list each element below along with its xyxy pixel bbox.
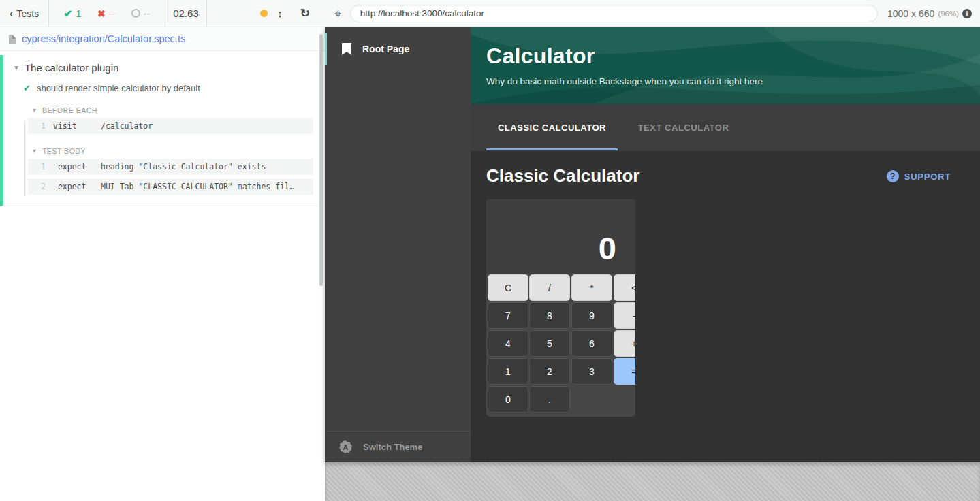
cypress-topbar: ‹ Tests ✔ 1 ✖ -- -- 02.63 (0, 0, 980, 27)
collapse-triangle-icon: ▼ (13, 64, 20, 71)
failed-stat[interactable]: ✖ -- (97, 8, 115, 19)
tab-text-calculator[interactable]: TEXT CALCULATOR (618, 104, 749, 151)
cypress-topbar-right: ⌖ http://localhost:3000/calculator 1000 … (325, 0, 980, 27)
url-bar[interactable]: http://localhost:3000/calculator (350, 5, 878, 22)
content-heading: Classic Calculator (486, 165, 639, 187)
outside-viewport-stripes (325, 462, 980, 501)
calc-button-6[interactable]: 6 (571, 330, 612, 357)
command-method: -expect (53, 182, 101, 191)
support-button[interactable]: ? SUPPORT (887, 170, 951, 182)
calc-button-<[interactable]: < (614, 274, 635, 301)
file-icon (9, 35, 16, 44)
backstage-app: Root Page A Switch Theme Calculator Why … (325, 27, 980, 462)
spec-header: cypress/integration/Calculator.spec.ts (0, 27, 325, 51)
viewport-scale: (96%) (938, 10, 959, 18)
calc-button-4[interactable]: 4 (488, 330, 528, 357)
command-number: 1 (28, 162, 46, 172)
calc-button-8[interactable]: 8 (529, 302, 570, 329)
x-icon: ✖ (97, 8, 106, 19)
calc-button-*[interactable]: * (571, 274, 612, 301)
viewport-info: 1000 x 660 (96%) i (887, 8, 972, 19)
calc-button-.[interactable]: . (529, 386, 570, 413)
selector-playground-icon[interactable]: ⌖ (334, 6, 342, 21)
failed-count: -- (109, 8, 115, 19)
active-tab-indicator (486, 148, 618, 150)
calc-button-C[interactable]: C (488, 274, 528, 301)
chevron-left-icon: ‹ (10, 7, 14, 19)
viewport-size: 1000 x 660 (887, 8, 934, 19)
calculator-widget: 0 C/*<789-456+123=0. (486, 199, 635, 417)
sidebar-item-switch-theme[interactable]: A Switch Theme (325, 431, 471, 462)
app-region: Root Page A Switch Theme Calculator Why … (325, 27, 980, 501)
runner-controls: ↕ ↻ (207, 6, 325, 20)
test-body-section[interactable]: ▼ TEST BODY (3, 147, 325, 155)
back-to-tests-label: Tests (16, 8, 39, 19)
bookmark-icon (342, 43, 351, 55)
calc-button-0[interactable]: 0 (488, 386, 528, 413)
support-label: SUPPORT (904, 172, 951, 182)
calc-button-5[interactable]: 5 (529, 330, 570, 357)
test-duration: 02.63 (165, 0, 207, 27)
test-title: should render simple calculator by defau… (37, 83, 200, 93)
command-number: 2 (28, 182, 46, 191)
tabs-bar: CLASSIC CALCULATOR TEXT CALCULATOR (471, 104, 980, 151)
calc-button-9[interactable]: 9 (571, 302, 612, 329)
calc-button-1[interactable]: 1 (488, 358, 528, 385)
calculator-display-value: 0 (599, 232, 616, 264)
tab-classic-calculator[interactable]: CLASSIC CALCULATOR (486, 104, 618, 151)
question-mark-icon: ? (887, 170, 899, 182)
cypress-reporter-panel: cypress/integration/Calculator.spec.ts ▼… (0, 27, 325, 501)
sidebar-item-label: Root Page (362, 44, 409, 54)
calculator-display: 0 (486, 199, 635, 274)
command-message: heading "Classic Calculator" exists (101, 162, 266, 172)
check-icon: ✔ (64, 7, 73, 20)
auto-scroll-icon[interactable]: ↕ (277, 7, 283, 19)
command-message: MUI Tab "CLASSIC CALCULATOR" matches fil… (101, 182, 294, 191)
calc-button-=[interactable]: = (614, 358, 635, 385)
collapse-triangle-icon: ▼ (31, 107, 37, 114)
page-title: Calculator (486, 44, 595, 69)
command-row[interactable]: 2 -expect MUI Tab "CLASSIC CALCULATOR" m… (28, 178, 313, 195)
url-text: http://localhost:3000/calculator (360, 8, 484, 18)
page-content: Classic Calculator ? SUPPORT 0 C/*<789-4… (471, 151, 980, 462)
passed-stat[interactable]: ✔ 1 (64, 7, 81, 20)
refresh-icon[interactable]: ↻ (300, 6, 310, 20)
viewport-scale-dot-icon (260, 10, 268, 17)
page-header: Calculator Why do basic math outside Bac… (471, 27, 980, 104)
test-row[interactable]: ✔ should render simple calculator by def… (3, 83, 325, 93)
sidebar-item-root-page[interactable]: Root Page (325, 33, 471, 65)
suite-title: The calculator plugin (25, 62, 118, 74)
info-icon[interactable]: i (962, 9, 972, 18)
suite-row[interactable]: ▼ The calculator plugin (3, 62, 325, 74)
passed-count: 1 (76, 8, 81, 19)
command-row[interactable]: 1 -expect heading "Classic Calculator" e… (28, 159, 313, 175)
calc-button-2[interactable]: 2 (529, 358, 570, 385)
command-message: /calculator (101, 121, 153, 131)
pending-count: -- (144, 8, 150, 19)
calc-button-3[interactable]: 3 (571, 358, 612, 385)
spec-path-link[interactable]: cypress/integration/Calculator.spec.ts (22, 33, 185, 44)
calc-button-7[interactable]: 7 (488, 302, 528, 329)
pending-circle-icon (131, 9, 140, 18)
command-row[interactable]: 1 visit /calculator (28, 118, 313, 134)
calc-button-+[interactable]: + (614, 330, 635, 357)
page-subtitle: Why do basic math outside Backstage when… (486, 76, 763, 86)
pending-stat[interactable]: -- (131, 8, 150, 19)
command-method: visit (53, 121, 101, 131)
cypress-topbar-left: ‹ Tests ✔ 1 ✖ -- -- 02.63 (0, 0, 325, 27)
test-pass-check-icon: ✔ (23, 83, 31, 93)
calc-button--[interactable]: - (614, 302, 635, 329)
calc-button-/[interactable]: / (529, 274, 570, 301)
before-each-section[interactable]: ▼ BEFORE EACH (3, 106, 325, 114)
collapse-triangle-icon: ▼ (31, 148, 37, 155)
command-method: -expect (53, 162, 101, 172)
section-label-text: TEST BODY (42, 147, 86, 155)
indent-guide (24, 122, 25, 196)
reporter-scrollbar[interactable] (319, 34, 323, 286)
section-label-text: BEFORE EACH (42, 106, 97, 114)
command-number: 1 (28, 121, 46, 131)
screen: ‹ Tests ✔ 1 ✖ -- -- 02.63 (0, 0, 980, 501)
back-to-tests-button[interactable]: ‹ Tests (0, 0, 49, 27)
brightness-auto-icon: A (339, 440, 352, 453)
sidebar-item-label: Switch Theme (363, 442, 422, 452)
